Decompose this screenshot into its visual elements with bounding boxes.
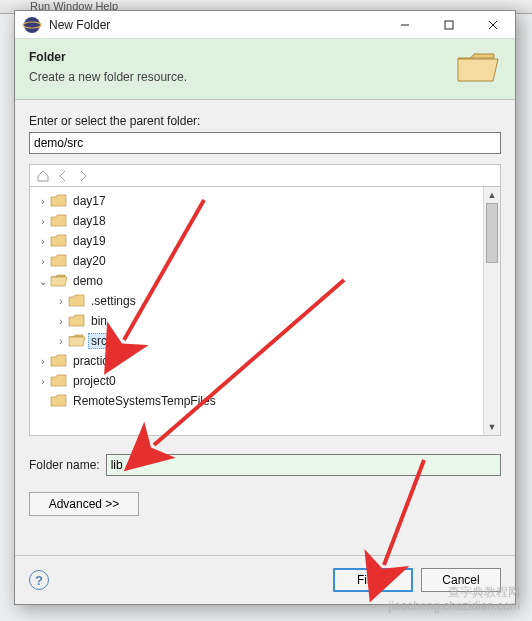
- chevron-right-icon[interactable]: ›: [54, 316, 68, 327]
- header-description: Create a new folder resource.: [29, 70, 455, 84]
- tree-item[interactable]: ›project0: [32, 371, 481, 391]
- scroll-down-icon[interactable]: ▼: [484, 419, 500, 435]
- tree-item[interactable]: ›bin: [32, 311, 481, 331]
- tree-item[interactable]: ›RemoteSystemsTempFiles: [32, 391, 481, 411]
- cancel-button[interactable]: Cancel: [421, 568, 501, 592]
- header-title: Folder: [29, 50, 455, 64]
- folder-icon: [50, 373, 68, 389]
- tree-item-label: practice: [70, 353, 118, 369]
- eclipse-icon: [21, 14, 43, 36]
- tree-item-label: day20: [70, 253, 109, 269]
- tree-item-label: day18: [70, 213, 109, 229]
- new-folder-dialog: New Folder Folder Create a new folder re…: [14, 10, 516, 605]
- titlebar: New Folder: [15, 11, 515, 39]
- tree-item[interactable]: ›day18: [32, 211, 481, 231]
- advanced-button[interactable]: Advanced >>: [29, 492, 139, 516]
- tree-item-label: .settings: [88, 293, 139, 309]
- svg-point-0: [24, 17, 40, 33]
- tree-item-label: day17: [70, 193, 109, 209]
- chevron-right-icon[interactable]: ›: [36, 256, 50, 267]
- maximize-button[interactable]: [427, 11, 471, 38]
- tree-item-label: day19: [70, 233, 109, 249]
- folder-icon: [50, 353, 68, 369]
- finish-button[interactable]: Finish: [333, 568, 413, 592]
- scroll-up-icon[interactable]: ▲: [484, 187, 500, 203]
- minimize-button[interactable]: [383, 11, 427, 38]
- help-icon[interactable]: ?: [29, 570, 49, 590]
- dialog-title: New Folder: [49, 18, 383, 32]
- folder-tree[interactable]: ›day17›day18›day19›day20⌄demo›.settings›…: [30, 187, 483, 435]
- close-button[interactable]: [471, 11, 515, 38]
- folder-icon: [50, 393, 68, 409]
- folder-open-icon: [50, 273, 68, 289]
- tree-item[interactable]: ›practice: [32, 351, 481, 371]
- chevron-right-icon[interactable]: ›: [54, 296, 68, 307]
- tree-item[interactable]: ›day19: [32, 231, 481, 251]
- tree-item-label: src: [88, 333, 110, 349]
- folder-open-icon: [68, 333, 86, 349]
- tree-item-label: project0: [70, 373, 119, 389]
- parent-folder-label: Enter or select the parent folder:: [29, 114, 501, 128]
- folder-open-icon: [455, 49, 501, 85]
- folder-icon: [68, 293, 86, 309]
- chevron-right-icon[interactable]: ›: [36, 196, 50, 207]
- chevron-down-icon[interactable]: ⌄: [36, 276, 50, 287]
- tree-item[interactable]: ⌄demo: [32, 271, 481, 291]
- folder-name-input[interactable]: [106, 454, 501, 476]
- chevron-right-icon[interactable]: ›: [54, 336, 68, 347]
- folder-name-label: Folder name:: [29, 458, 100, 472]
- tree-item[interactable]: ›day17: [32, 191, 481, 211]
- chevron-right-icon[interactable]: ›: [36, 216, 50, 227]
- tree-toolbar: [29, 164, 501, 186]
- tree-item-label: bin: [88, 313, 110, 329]
- chevron-right-icon[interactable]: ›: [36, 376, 50, 387]
- forward-icon[interactable]: [76, 169, 90, 183]
- svg-rect-3: [445, 21, 453, 29]
- parent-folder-input[interactable]: [29, 132, 501, 154]
- chevron-right-icon[interactable]: ›: [36, 236, 50, 247]
- tree-item[interactable]: ›src: [32, 331, 481, 351]
- tree-item[interactable]: ›.settings: [32, 291, 481, 311]
- header-band: Folder Create a new folder resource.: [15, 39, 515, 100]
- folder-icon: [50, 233, 68, 249]
- tree-item-label: demo: [70, 273, 106, 289]
- folder-icon: [68, 313, 86, 329]
- tree-item-label: RemoteSystemsTempFiles: [70, 393, 219, 409]
- scroll-thumb[interactable]: [486, 203, 498, 263]
- dialog-footer: ? Finish Cancel: [15, 555, 515, 604]
- back-icon[interactable]: [56, 169, 70, 183]
- folder-icon: [50, 253, 68, 269]
- folder-icon: [50, 213, 68, 229]
- tree-item[interactable]: ›day20: [32, 251, 481, 271]
- tree-scrollbar[interactable]: ▲ ▼: [483, 187, 500, 435]
- chevron-right-icon[interactable]: ›: [36, 356, 50, 367]
- folder-icon: [50, 193, 68, 209]
- home-icon[interactable]: [36, 169, 50, 183]
